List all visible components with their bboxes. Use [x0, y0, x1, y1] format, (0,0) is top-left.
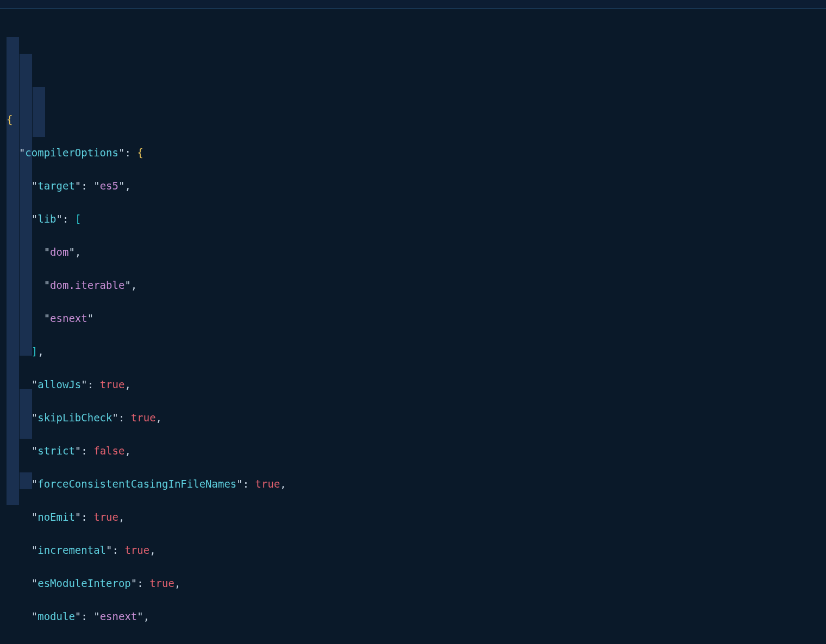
- code-line: "compilerOptions": {: [7, 144, 826, 161]
- code-editor[interactable]: { "compilerOptions": { "target": "es5", …: [0, 9, 826, 644]
- code-line: "dom.iterable",: [7, 277, 826, 294]
- code-line: "forceConsistentCasingInFileNames": true…: [7, 476, 826, 493]
- code-line: "module": "esnext",: [7, 608, 826, 625]
- code-line: "lib": [: [7, 211, 826, 228]
- code-line: ],: [7, 343, 826, 360]
- code-line: "skipLibCheck": true,: [7, 409, 826, 426]
- code-line: "incremental": true,: [7, 542, 826, 559]
- code-line: "strict": false,: [7, 443, 826, 459]
- code-line: "noEmit": true,: [7, 509, 826, 526]
- indent-guide: [7, 37, 19, 505]
- code-line: "target": "es5",: [7, 178, 826, 194]
- code-line: "esModuleInterop": true,: [7, 575, 826, 592]
- editor-top-bar: [0, 0, 826, 9]
- code-line: "allowJs": true,: [7, 376, 826, 393]
- code-line: "esnext": [7, 310, 826, 327]
- code-line: {: [7, 111, 826, 128]
- code-line: "moduleResolution": "node",: [7, 641, 826, 644]
- code-line: "dom",: [7, 244, 826, 261]
